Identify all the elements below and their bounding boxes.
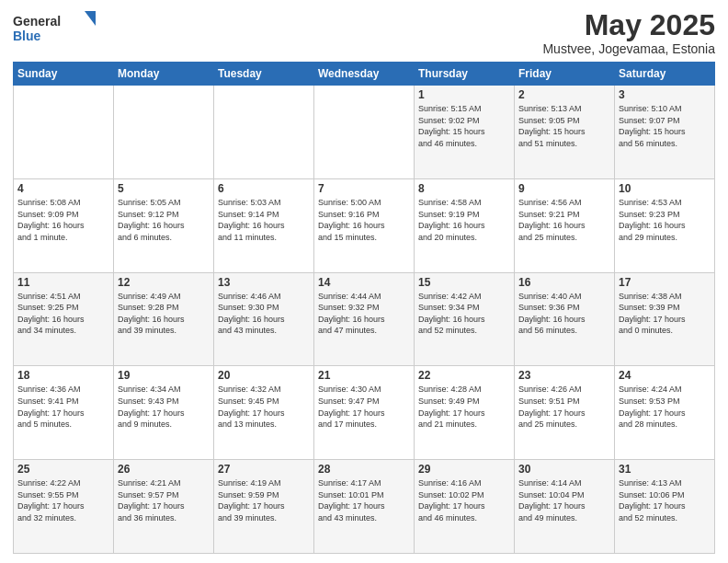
table-row [14,86,114,179]
day-info: Sunrise: 4:42 AMSunset: 9:34 PMDaylight:… [418,291,510,337]
day-number: 20 [218,369,310,382]
table-row: 31Sunrise: 4:13 AMSunset: 10:06 PMDaylig… [615,460,715,554]
table-row: 7Sunrise: 5:00 AMSunset: 9:16 PMDaylight… [314,178,415,272]
table-row: 30Sunrise: 4:14 AMSunset: 10:04 PMDaylig… [515,460,615,554]
table-row: 20Sunrise: 4:32 AMSunset: 9:45 PMDayligh… [214,366,314,460]
day-number: 6 [218,182,310,195]
day-number: 8 [418,182,510,195]
table-row: 27Sunrise: 4:19 AMSunset: 9:59 PMDayligh… [214,460,314,554]
table-row: 29Sunrise: 4:16 AMSunset: 10:02 PMDaylig… [415,460,515,554]
day-info: Sunrise: 4:14 AMSunset: 10:04 PMDaylight… [518,477,610,523]
calendar-week-row: 1Sunrise: 5:15 AMSunset: 9:02 PMDaylight… [14,86,715,179]
day-number: 18 [17,369,109,382]
day-info: Sunrise: 4:40 AMSunset: 9:36 PMDaylight:… [518,291,610,337]
table-row: 24Sunrise: 4:24 AMSunset: 9:53 PMDayligh… [615,366,715,460]
day-info: Sunrise: 4:36 AMSunset: 9:41 PMDaylight:… [17,384,109,430]
table-row: 26Sunrise: 4:21 AMSunset: 9:57 PMDayligh… [114,460,214,554]
day-info: Sunrise: 4:34 AMSunset: 9:43 PMDaylight:… [118,384,210,430]
day-info: Sunrise: 4:56 AMSunset: 9:21 PMDaylight:… [518,197,610,243]
day-number: 30 [518,463,610,476]
day-number: 11 [17,276,109,289]
logo: General Blue [13,9,96,46]
table-row: 18Sunrise: 4:36 AMSunset: 9:41 PMDayligh… [14,366,114,460]
table-row: 4Sunrise: 5:08 AMSunset: 9:09 PMDaylight… [14,178,114,272]
table-row: 5Sunrise: 5:05 AMSunset: 9:12 PMDaylight… [114,178,214,272]
day-number: 13 [218,276,310,289]
table-row: 28Sunrise: 4:17 AMSunset: 10:01 PMDaylig… [314,460,415,554]
day-number: 7 [318,182,410,195]
day-number: 23 [518,369,610,382]
day-number: 28 [318,463,410,476]
calendar-header-row: Sunday Monday Tuesday Wednesday Thursday… [14,63,715,86]
table-row: 19Sunrise: 4:34 AMSunset: 9:43 PMDayligh… [114,366,214,460]
svg-text:Blue: Blue [13,29,41,43]
day-info: Sunrise: 5:08 AMSunset: 9:09 PMDaylight:… [17,197,109,243]
calendar-week-row: 4Sunrise: 5:08 AMSunset: 9:09 PMDaylight… [14,178,715,272]
day-number: 19 [118,369,210,382]
day-info: Sunrise: 4:49 AMSunset: 9:28 PMDaylight:… [118,291,210,337]
day-info: Sunrise: 4:17 AMSunset: 10:01 PMDaylight… [318,477,410,523]
subtitle: Mustvee, Jogevamaa, Estonia [542,41,715,56]
day-number: 14 [318,276,410,289]
col-saturday: Saturday [615,63,715,86]
day-number: 4 [17,182,109,195]
day-number: 5 [118,182,210,195]
svg-text:General: General [13,14,61,29]
day-info: Sunrise: 4:26 AMSunset: 9:51 PMDaylight:… [518,384,610,430]
day-info: Sunrise: 4:22 AMSunset: 9:55 PMDaylight:… [17,477,109,523]
day-number: 10 [619,182,711,195]
day-info: Sunrise: 5:00 AMSunset: 9:16 PMDaylight:… [318,197,410,243]
day-info: Sunrise: 4:24 AMSunset: 9:53 PMDaylight:… [619,384,711,430]
day-info: Sunrise: 4:16 AMSunset: 10:02 PMDaylight… [418,477,510,523]
calendar-week-row: 25Sunrise: 4:22 AMSunset: 9:55 PMDayligh… [14,460,715,554]
calendar-week-row: 18Sunrise: 4:36 AMSunset: 9:41 PMDayligh… [14,366,715,460]
table-row: 25Sunrise: 4:22 AMSunset: 9:55 PMDayligh… [14,460,114,554]
day-info: Sunrise: 4:32 AMSunset: 9:45 PMDaylight:… [218,384,310,430]
day-number: 29 [418,463,510,476]
col-friday: Friday [515,63,615,86]
day-number: 27 [218,463,310,476]
day-info: Sunrise: 4:51 AMSunset: 9:25 PMDaylight:… [17,291,109,337]
svg-marker-2 [85,11,96,26]
day-info: Sunrise: 4:44 AMSunset: 9:32 PMDaylight:… [318,291,410,337]
col-sunday: Sunday [14,63,114,86]
table-row: 6Sunrise: 5:03 AMSunset: 9:14 PMDaylight… [214,178,314,272]
table-row [114,86,214,179]
table-row [214,86,314,179]
day-number: 1 [418,88,510,101]
day-info: Sunrise: 5:10 AMSunset: 9:07 PMDaylight:… [619,103,711,149]
table-row: 1Sunrise: 5:15 AMSunset: 9:02 PMDaylight… [415,86,515,179]
day-info: Sunrise: 4:53 AMSunset: 9:23 PMDaylight:… [619,197,711,243]
table-row: 11Sunrise: 4:51 AMSunset: 9:25 PMDayligh… [14,272,114,366]
main-title: May 2025 [542,9,715,41]
table-row: 2Sunrise: 5:13 AMSunset: 9:05 PMDaylight… [515,86,615,179]
table-row: 14Sunrise: 4:44 AMSunset: 9:32 PMDayligh… [314,272,415,366]
table-row: 22Sunrise: 4:28 AMSunset: 9:49 PMDayligh… [415,366,515,460]
page: General Blue May 2025 Mustvee, Jogevamaa… [0,0,728,563]
table-row [314,86,415,179]
day-info: Sunrise: 5:03 AMSunset: 9:14 PMDaylight:… [218,197,310,243]
day-number: 9 [518,182,610,195]
table-row: 17Sunrise: 4:38 AMSunset: 9:39 PMDayligh… [615,272,715,366]
day-info: Sunrise: 5:15 AMSunset: 9:02 PMDaylight:… [418,103,510,149]
header: General Blue May 2025 Mustvee, Jogevamaa… [13,9,715,56]
day-number: 15 [418,276,510,289]
calendar-table: Sunday Monday Tuesday Wednesday Thursday… [13,62,715,554]
day-info: Sunrise: 4:21 AMSunset: 9:57 PMDaylight:… [118,477,210,523]
table-row: 16Sunrise: 4:40 AMSunset: 9:36 PMDayligh… [515,272,615,366]
col-tuesday: Tuesday [214,63,314,86]
day-info: Sunrise: 4:19 AMSunset: 9:59 PMDaylight:… [218,477,310,523]
day-number: 26 [118,463,210,476]
day-number: 31 [619,463,711,476]
title-block: May 2025 Mustvee, Jogevamaa, Estonia [542,9,715,56]
day-info: Sunrise: 4:13 AMSunset: 10:06 PMDaylight… [619,477,711,523]
col-monday: Monday [114,63,214,86]
table-row: 3Sunrise: 5:10 AMSunset: 9:07 PMDaylight… [615,86,715,179]
table-row: 12Sunrise: 4:49 AMSunset: 9:28 PMDayligh… [114,272,214,366]
col-wednesday: Wednesday [314,63,415,86]
day-number: 22 [418,369,510,382]
day-info: Sunrise: 5:13 AMSunset: 9:05 PMDaylight:… [518,103,610,149]
table-row: 8Sunrise: 4:58 AMSunset: 9:19 PMDaylight… [415,178,515,272]
day-number: 16 [518,276,610,289]
day-number: 17 [619,276,711,289]
